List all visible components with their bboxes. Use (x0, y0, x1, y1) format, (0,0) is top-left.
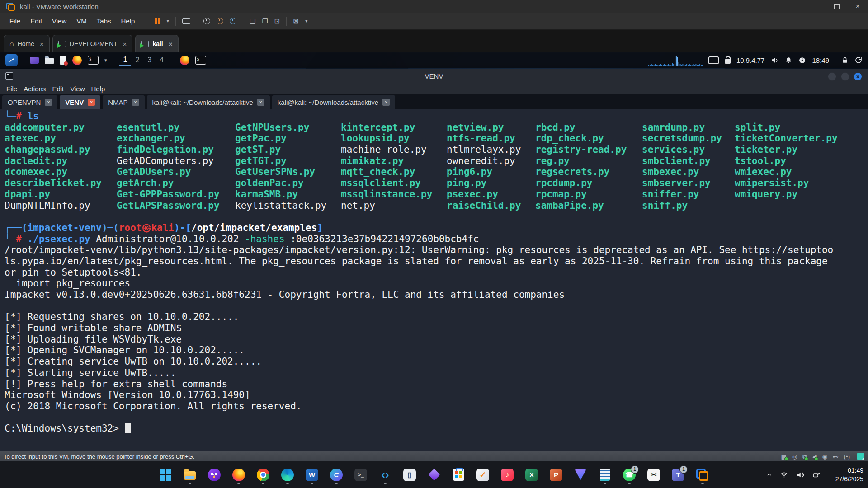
workspace-1[interactable]: 1 (119, 55, 132, 66)
usb-icon[interactable]: ⊷ (833, 454, 839, 460)
terminal-menu-edit[interactable]: Edit (52, 85, 69, 93)
vmware-menu-view[interactable]: View (47, 17, 71, 25)
workspace-3[interactable]: 3 (143, 55, 156, 65)
taskbar-apple-music[interactable]: ♪ (500, 465, 514, 485)
pen-input-icon[interactable] (812, 471, 821, 479)
taskbar-edge[interactable] (281, 465, 294, 485)
message-log-icon[interactable] (857, 453, 864, 460)
terminal-maximize-button[interactable] (841, 72, 849, 81)
close-tab-icon[interactable]: × (40, 40, 44, 48)
send-ctrl-alt-del-icon[interactable] (182, 18, 190, 24)
vpn-lock-icon[interactable] (725, 59, 731, 64)
maximize-button[interactable] (826, 0, 847, 13)
terminal-titlebar[interactable]: VENV × (0, 69, 868, 83)
taskbar-excel[interactable]: X (525, 465, 538, 485)
fullscreen-icon[interactable]: ⊠ (293, 17, 299, 25)
take-snapshot-icon[interactable] (203, 18, 210, 24)
power-manager-icon[interactable] (798, 56, 806, 64)
signal-icon[interactable]: (•) (844, 454, 850, 460)
show-thumbnail-bar-icon[interactable]: ❐ (262, 17, 268, 25)
terminal-menu-view[interactable]: View (70, 85, 90, 93)
vmware-menu-help[interactable]: Help (116, 17, 140, 25)
taskbar-firefox[interactable] (232, 465, 245, 485)
taskbar-chrome[interactable] (256, 465, 270, 485)
taskbar-powerpoint[interactable]: P (549, 465, 563, 485)
terminal-output[interactable]: └─# lsaddcomputer.pyatexec.pychangepassw… (0, 109, 868, 451)
webcam-icon[interactable]: ◉ (822, 454, 827, 460)
suspend-caret-icon[interactable]: ▾ (166, 18, 169, 24)
fullscreen-caret-icon[interactable]: ▾ (305, 18, 308, 24)
lock-screen-icon[interactable] (841, 56, 849, 64)
taskbar-triangle-app[interactable] (574, 465, 587, 485)
display-icon[interactable] (708, 56, 719, 64)
revert-snapshot-icon[interactable] (217, 18, 223, 24)
vmware-menu-edit[interactable]: Edit (25, 17, 47, 25)
taskbar-file-explorer[interactable] (183, 465, 197, 485)
taskbar-vmware-workstation[interactable] (696, 465, 709, 485)
taskbar-word[interactable]: W (305, 465, 319, 485)
firefox-window-icon[interactable] (180, 56, 189, 65)
taskbar-start[interactable] (159, 465, 172, 485)
close-tab-icon[interactable]: × (169, 40, 173, 48)
tray-chevron-icon[interactable] (766, 472, 772, 478)
show-library-icon[interactable]: ❏ (250, 17, 255, 25)
terminal-menu-actions[interactable]: Actions (24, 85, 51, 93)
volume-icon[interactable] (770, 56, 779, 65)
taskbar-canva[interactable]: C (330, 465, 343, 485)
file-manager-icon[interactable] (45, 58, 54, 64)
vm-tab-development[interactable]: DEVELOPMENT× (52, 35, 133, 52)
vm-screen[interactable]: $_ ▾ 1234 $_ 10.9.4.77 (0, 52, 868, 451)
close-tab-icon[interactable]: × (123, 40, 127, 48)
taskbar-phone-link[interactable]: ▯ (403, 465, 416, 485)
close-button[interactable]: × (847, 0, 868, 13)
taskbar-notepad-app[interactable] (598, 465, 612, 485)
volume-tray-icon[interactable] (796, 471, 804, 479)
vmware-menu-vm[interactable]: VM (71, 17, 92, 25)
minimize-button[interactable]: – (806, 0, 826, 13)
panel-clock[interactable]: 18:49 (812, 56, 829, 64)
network-adapter-icon[interactable]: ⧉ (802, 454, 807, 460)
vmware-menu-file[interactable]: File (5, 17, 25, 25)
terminal-minimize-button[interactable] (828, 72, 836, 81)
taskbar-ms-store[interactable] (452, 465, 465, 485)
terminal-menu-help[interactable]: Help (91, 85, 110, 93)
vmware-menu-tabs[interactable]: Tabs (92, 17, 116, 25)
logout-icon[interactable] (854, 56, 863, 64)
terminal-tab-3[interactable]: kali@kali: ~/Downloads/attacktive× (147, 95, 270, 109)
cpu-graph-icon[interactable] (648, 54, 703, 66)
terminal-chooser-caret-icon[interactable]: ▾ (104, 57, 107, 63)
close-tab-icon[interactable]: × (45, 99, 52, 106)
terminal-window-icon[interactable]: $_ (195, 56, 206, 65)
suspend-button[interactable] (155, 18, 160, 24)
close-tab-icon[interactable]: × (257, 99, 264, 106)
console-view-icon[interactable]: ⊡ (274, 17, 280, 25)
terminal-menu-file[interactable]: File (6, 85, 23, 93)
notifications-bell-icon[interactable] (785, 56, 793, 64)
vpn-ip[interactable]: 10.9.4.77 (736, 56, 765, 64)
close-tab-icon[interactable]: × (88, 99, 95, 106)
taskbar-windows-terminal[interactable]: >_ (354, 465, 368, 485)
workspace-2[interactable]: 2 (131, 55, 143, 65)
terminal-close-button[interactable]: × (854, 73, 862, 80)
kali-menu-button[interactable] (5, 54, 18, 66)
taskbar-owl-app[interactable] (208, 465, 221, 485)
taskbar-whatsapp[interactable]: ☎1 (623, 465, 636, 485)
terminal-tab-4[interactable]: kali@kali: ~/Downloads/attacktive× (272, 95, 395, 109)
taskbar-clock[interactable]: 01:49 27/6/2025 (835, 461, 863, 488)
vm-tab-kali[interactable]: kali× (135, 35, 178, 52)
hard-disk-icon[interactable]: ▤ (781, 454, 787, 460)
workspace-4[interactable]: 4 (156, 55, 168, 65)
close-tab-icon[interactable]: × (382, 99, 390, 106)
taskbar-vscode[interactable]: ‹› (378, 465, 392, 485)
cd-rom-icon[interactable]: ◎ (792, 454, 797, 460)
terminal-icon[interactable]: $_ (88, 56, 99, 65)
manage-snapshots-icon[interactable] (230, 18, 236, 24)
wifi-icon[interactable] (780, 471, 788, 479)
taskbar-checker-app[interactable]: ✓ (476, 465, 490, 485)
terminal-tab-2[interactable]: NMAP× (103, 95, 144, 109)
taskbar-capcut[interactable]: ✂ (647, 465, 660, 485)
terminal-tab-1[interactable]: VENV× (60, 95, 100, 109)
taskbar-obsidian[interactable] (427, 465, 441, 485)
terminal-tab-0[interactable]: OPENVPN× (2, 95, 57, 109)
show-desktop-icon[interactable] (30, 57, 39, 64)
